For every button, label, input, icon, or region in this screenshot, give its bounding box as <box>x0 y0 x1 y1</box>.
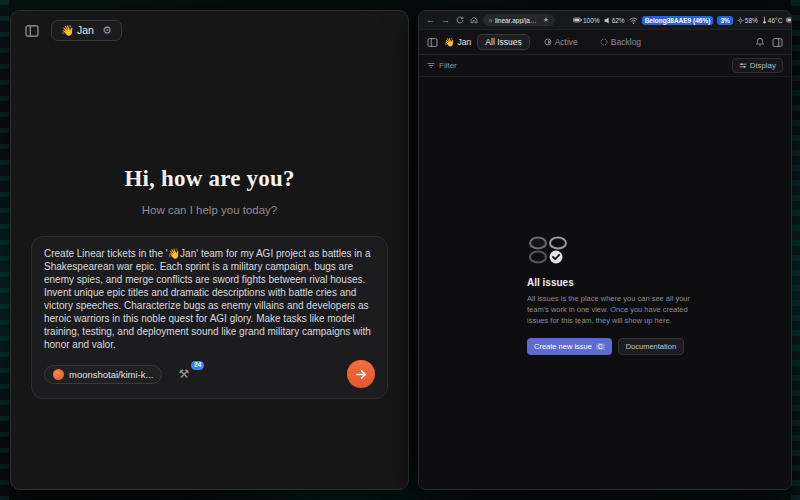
bookmark-star-icon[interactable]: ★ <box>543 16 549 24</box>
filter-label: Filter <box>439 61 457 70</box>
jan-app-window: 👋 Jan ⚙ Hi, how are you? How can I help … <box>10 10 409 490</box>
brightness-indicator: 58% <box>737 17 758 24</box>
tab-label: All Issues <box>485 37 521 47</box>
tab-all-issues[interactable]: All Issues <box>477 34 529 50</box>
greeting-title: Hi, how are you? <box>11 166 408 192</box>
back-icon[interactable]: ← <box>425 15 436 25</box>
model-label: moonshotai/kimi-k... <box>69 369 153 380</box>
tools-icon: ⚒ <box>178 367 189 381</box>
tab-active[interactable]: Active <box>536 34 586 50</box>
wallpaper-circuit-right <box>791 0 800 500</box>
forward-icon[interactable]: → <box>440 15 451 25</box>
system-tray: 100% 62% Belong38AAE9 (46%) 3% <box>573 16 791 25</box>
sliders-icon <box>739 62 747 69</box>
speaker-icon <box>604 17 611 24</box>
tab-label: Active <box>555 37 578 47</box>
network-ssid-badge: Belong38AAE9 (46%) <box>642 16 714 25</box>
assistant-label: 👋 Jan <box>61 24 94 37</box>
volume-indicator: 62% <box>604 17 625 24</box>
lock-icon <box>489 17 492 24</box>
assistant-selector[interactable]: 👋 Jan ⚙ <box>51 20 122 41</box>
thermometer-icon <box>762 16 767 24</box>
team-switcher[interactable]: 👋 Jan <box>444 37 471 47</box>
home-icon[interactable] <box>469 16 479 24</box>
battery-indicator: 100% <box>573 17 600 24</box>
model-logo-icon <box>53 369 64 380</box>
documentation-label: Documentation <box>626 342 676 351</box>
browser-toolbar: ← → linear.app/janii/team/JANAPP/all ★ <box>419 11 791 30</box>
topbar-actions <box>755 37 783 47</box>
battery-icon <box>786 17 791 23</box>
sun-icon <box>737 17 744 24</box>
tools-count-badge: 24 <box>191 361 204 370</box>
empty-state-description: All issues is the place where you can se… <box>527 294 699 327</box>
battery2-indicator: 100% <box>786 17 791 24</box>
wifi-icon <box>629 17 638 24</box>
reload-icon[interactable] <box>455 16 465 24</box>
empty-state-title: All issues <box>527 277 699 288</box>
all-issues-empty-state: All issues All issues is the place where… <box>527 235 699 355</box>
create-issue-label: Create new issue <box>534 342 592 351</box>
composer-controls: moonshotai/kimi-k... ⚒ 24 <box>44 360 375 388</box>
backlog-dashed-circle-icon <box>600 38 608 46</box>
bell-icon[interactable] <box>755 37 765 47</box>
empty-state-actions: Create new issue C Documentation <box>527 338 699 355</box>
team-emoji: 👋 <box>444 37 455 47</box>
send-button[interactable] <box>347 360 375 388</box>
greeting-subtitle: How can I help you today? <box>11 204 408 216</box>
tools-button[interactable]: ⚒ 24 <box>172 367 195 381</box>
filter-button[interactable]: Filter <box>427 61 457 70</box>
battery-icon <box>573 17 582 23</box>
linear-topbar: 👋 Jan All Issues Active Backlog <box>419 30 791 55</box>
address-bar[interactable]: linear.app/janii/team/JANAPP/all ★ <box>483 14 555 26</box>
browser-window: ← → linear.app/janii/team/JANAPP/all ★ <box>418 10 792 490</box>
right-panel-icon[interactable] <box>772 38 783 47</box>
display-label: Display <box>750 61 776 70</box>
create-new-issue-button[interactable]: Create new issue C <box>527 338 612 355</box>
wallpaper-circuit-left <box>0 0 9 500</box>
sidebar-toggle-icon[interactable] <box>23 23 41 39</box>
tab-backlog[interactable]: Backlog <box>592 34 649 50</box>
prompt-input[interactable]: Create Linear tickets in the '👋Jan' team… <box>44 247 375 351</box>
documentation-button[interactable]: Documentation <box>618 338 684 355</box>
linear-sidebar-toggle-icon[interactable] <box>427 38 438 47</box>
display-button[interactable]: Display <box>732 58 783 73</box>
linear-filter-bar: Filter Display <box>419 55 791 77</box>
gear-icon[interactable]: ⚙ <box>102 25 112 36</box>
greeting-block: Hi, how are you? How can I help you toda… <box>11 166 408 216</box>
team-name: Jan <box>458 37 472 47</box>
filter-icon <box>427 62 435 69</box>
model-selector[interactable]: moonshotai/kimi-k... <box>44 365 162 384</box>
prompt-composer: Create Linear tickets in the '👋Jan' team… <box>31 236 388 399</box>
tab-label: Backlog <box>611 37 641 47</box>
linear-main-area: All issues All issues is the place where… <box>419 77 791 489</box>
send-arrow-icon <box>355 368 368 381</box>
shortcut-key-badge: C <box>596 343 605 350</box>
address-text: linear.app/janii/team/JANAPP/all <box>495 17 540 24</box>
desktop: 👋 Jan ⚙ Hi, how are you? How can I help … <box>0 0 800 500</box>
active-circle-icon <box>544 38 552 46</box>
temperature-indicator: 46°C <box>762 16 783 24</box>
issues-illustration <box>527 235 573 265</box>
jan-header: 👋 Jan ⚙ <box>11 11 408 50</box>
network-percent-badge: 3% <box>717 16 732 25</box>
